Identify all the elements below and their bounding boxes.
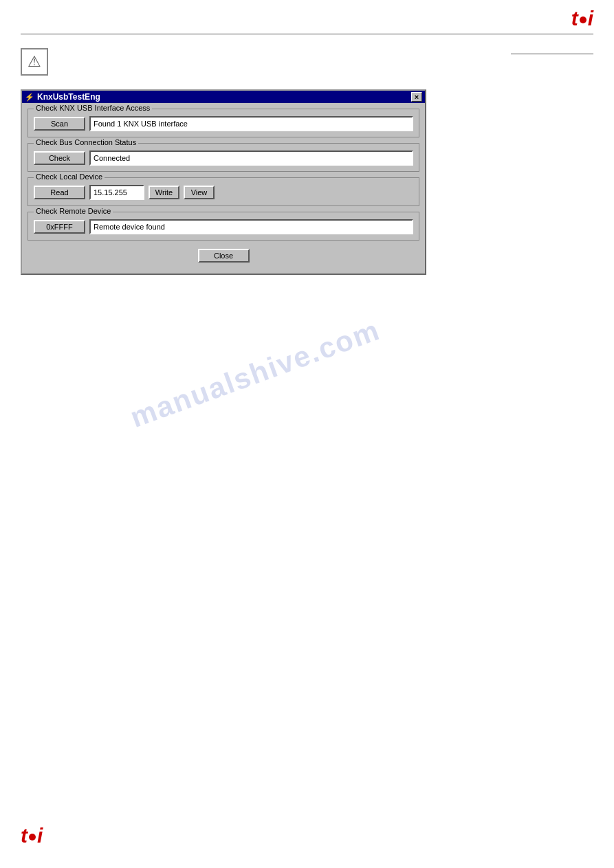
page-header: ti (0, 0, 614, 30)
scan-section: Check KNX USB Interface Access Scan (28, 109, 419, 137)
logo-dot (580, 16, 586, 23)
dialog-close-x-button[interactable]: × (411, 92, 422, 102)
local-address-field[interactable] (89, 185, 144, 200)
scan-result-field[interactable] (89, 116, 413, 131)
remote-button[interactable]: 0xFFFF (34, 220, 85, 234)
local-section: Check Local Device Read Write View (28, 177, 419, 206)
dialog-icon: ⚡ (25, 93, 34, 102)
read-button[interactable]: Read (34, 186, 85, 199)
dialog-title-left: ⚡ KnxUsbTestEng (25, 92, 100, 102)
bus-result-field[interactable] (89, 151, 413, 166)
footer-logo-dot (29, 834, 36, 841)
header-logo: ti (571, 7, 593, 30)
dialog-body: Check KNX USB Interface Access Scan Chec… (22, 103, 425, 274)
footer-logo: ti (21, 824, 43, 847)
warning-area: ⚠ (0, 34, 614, 82)
close-button[interactable]: Close (198, 249, 250, 263)
dialog-container: ⚡ KnxUsbTestEng × Check KNX USB Interfac… (21, 89, 593, 275)
local-row: Read Write View (34, 185, 413, 200)
remote-section: Check Remote Device 0xFFFF (28, 212, 419, 241)
dialog-footer: Close (28, 246, 419, 268)
bus-section-label: Check Bus Connection Status (34, 138, 138, 146)
dialog-titlebar: ⚡ KnxUsbTestEng × (22, 91, 425, 103)
scan-button[interactable]: Scan (34, 117, 85, 131)
watermark: manualshive.com (126, 313, 384, 434)
check-button[interactable]: Check (34, 151, 85, 165)
bus-row: Check (34, 151, 413, 166)
dialog-window: ⚡ KnxUsbTestEng × Check KNX USB Interfac… (21, 89, 426, 275)
footer-logo-area: ti (21, 824, 43, 847)
warning-line (511, 54, 593, 54)
remote-row: 0xFFFF (34, 219, 413, 234)
dialog-title: KnxUsbTestEng (37, 92, 100, 102)
scan-section-label: Check KNX USB Interface Access (34, 104, 152, 112)
scan-row: Scan (34, 116, 413, 131)
remote-section-label: Check Remote Device (34, 207, 113, 215)
write-button[interactable]: Write (149, 186, 179, 199)
bus-section: Check Bus Connection Status Check (28, 143, 419, 172)
view-button[interactable]: View (184, 186, 215, 199)
local-section-label: Check Local Device (34, 173, 105, 181)
remote-result-field[interactable] (89, 219, 413, 234)
warning-icon: ⚠ (21, 48, 48, 76)
